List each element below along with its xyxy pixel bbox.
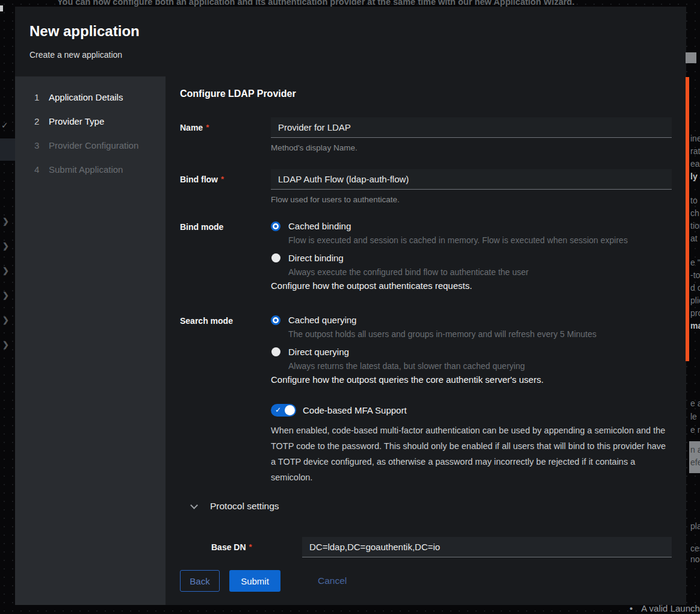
bind-mode-footnote: Configure how the outpost authenticates … (271, 281, 672, 291)
back-button[interactable]: Back (180, 570, 220, 592)
step-provider-configuration: 3 Provider Configuration (15, 133, 166, 157)
search-mode-cached-querying-description: The outpost holds all users and groups i… (288, 329, 672, 339)
background-text-fragment: d c (690, 283, 700, 293)
bind-flow-label: Bind flow* (180, 169, 271, 204)
background-text-fragment: ine (690, 134, 700, 143)
background-text-fragment: ly a (690, 172, 700, 181)
cancel-button[interactable]: Cancel (318, 570, 347, 592)
background-text-fragment: n a (690, 445, 700, 454)
required-asterisk: * (221, 175, 224, 184)
base-dn-field-cell (302, 537, 672, 557)
page-root: { "background": { "banner": "You can now… (0, 0, 700, 614)
bind-mode-options: Cached binding Flow is executed and sess… (271, 221, 672, 291)
check-icon: ✓ (275, 405, 281, 415)
bind-flow-field-cell: Flow used for users to authenticate. (271, 169, 672, 204)
mfa-toggle-label[interactable]: Code-based MFA Support (303, 405, 407, 415)
wizard-title: New application (29, 23, 672, 40)
bind-flow-field-row: Bind flow* Flow used for users to authen… (180, 169, 672, 204)
background-text-fragment: ea (690, 159, 700, 169)
radio-label: Cached binding (288, 221, 351, 231)
radio-label: Direct binding (288, 253, 344, 263)
mfa-field-row: ✓ Code-based MFA Support When enabled, c… (180, 404, 672, 485)
step-number: 2 (34, 116, 49, 126)
wizard-header: New application Create a new application (15, 7, 686, 76)
chevron-right-icon: ❯ (2, 266, 9, 275)
wizard-step-nav: 1 Application Details 2 Provider Type 3 … (15, 76, 166, 605)
bind-flow-select[interactable] (271, 169, 672, 190)
background-text-fragment: ces (690, 544, 700, 553)
step-number: 4 (34, 164, 49, 175)
background-text-fragment: tion (690, 221, 700, 231)
mfa-field-cell: ✓ Code-based MFA Support When enabled, c… (271, 404, 672, 485)
new-application-wizard-modal: New application Create a new application… (15, 7, 686, 605)
name-field-cell: Method's display Name. (271, 117, 672, 152)
background-text-fragment: e a (690, 398, 700, 408)
search-mode-field-row: Search mode Cached querying The outpost … (180, 315, 672, 385)
required-asterisk: * (206, 123, 209, 132)
name-input[interactable] (271, 117, 672, 138)
chevron-right-icon: ❯ (2, 315, 9, 324)
step-application-details[interactable]: 1 Application Details (15, 85, 166, 109)
name-help-text: Method's display Name. (271, 143, 672, 152)
mfa-help-text: When enabled, code-based multi-factor au… (271, 423, 671, 485)
chevron-right-icon: ❯ (2, 241, 9, 250)
wizard-main-panel: Configure LDAP Provider Name* Method's d… (166, 76, 686, 605)
wizard-footer: Back Submit Cancel (180, 570, 672, 605)
background-text-fragment: no (690, 554, 700, 564)
chevron-right-icon: ❯ (2, 340, 9, 349)
background-text-fragment: rat (690, 146, 700, 156)
step-label: Provider Type (49, 116, 104, 126)
bind-mode-label: Bind mode (180, 221, 271, 291)
step-label: Submit Application (49, 164, 123, 175)
background-text-fragment: e "c (690, 258, 700, 267)
wizard-body: 1 Application Details 2 Provider Type 3 … (15, 76, 686, 605)
step-number: 1 (34, 92, 49, 102)
toggle-knob (285, 405, 295, 415)
provider-form: Configure LDAP Provider Name* Method's d… (180, 88, 672, 570)
protocol-settings-label: Protocol settings (210, 501, 279, 512)
radio-label: Cached querying (288, 315, 356, 325)
background-text-fragment: to (690, 196, 698, 205)
bind-mode-direct-binding-radio[interactable]: Direct binding (271, 253, 672, 263)
background-text-fragment: ma (690, 321, 700, 330)
name-field-row: Name* Method's display Name. (180, 117, 672, 152)
step-submit-application: 4 Submit Application (15, 157, 166, 181)
mfa-toggle-line: ✓ Code-based MFA Support (271, 404, 672, 417)
step-label: Application Details (49, 92, 123, 102)
search-mode-footnote: Configure how the outpost queries the co… (271, 374, 672, 385)
background-active-row-edge (0, 138, 15, 161)
bind-mode-field-row: Bind mode Cached binding Flow is execute… (180, 221, 672, 291)
protocol-settings-expander[interactable]: Protocol settings (191, 501, 672, 512)
mfa-toggle-switch[interactable]: ✓ (271, 404, 296, 417)
bind-flow-help-text: Flow used for users to authenticate. (271, 195, 672, 204)
bind-mode-cached-binding-description: Flow is executed and session is cached i… (288, 235, 672, 245)
chevron-right-icon: ❯ (2, 291, 9, 300)
background-text-fragment: -to (690, 270, 700, 280)
search-mode-label: Search mode (180, 315, 271, 385)
name-label: Name* (180, 117, 271, 152)
search-mode-direct-querying-description: Always returns the latest data, but slow… (288, 361, 672, 371)
base-dn-label: Base DN* (211, 537, 302, 557)
radio-unselected-icon (271, 347, 280, 356)
form-heading: Configure LDAP Provider (180, 88, 672, 99)
base-dn-field-row: Base DN* (180, 537, 672, 557)
background-highlight-box: n a efe (689, 441, 700, 473)
search-mode-cached-querying-radio[interactable]: Cached querying (271, 315, 672, 325)
search-mode-direct-querying-radio[interactable]: Direct querying (271, 347, 672, 357)
background-text-fragment: efe (690, 457, 700, 467)
check-icon: ✓ (1, 120, 8, 130)
chevron-right-icon: ❯ (2, 217, 9, 226)
step-provider-type[interactable]: 2 Provider Type (15, 109, 166, 133)
background-text-fragment: plic (690, 296, 700, 305)
background-text-fragment: ch (690, 208, 699, 218)
bind-mode-direct-binding-description: Always execute the configured bind flow … (288, 267, 672, 277)
bind-mode-cached-binding-radio[interactable]: Cached binding (271, 221, 672, 231)
wizard-subtitle: Create a new application (29, 50, 672, 60)
base-dn-input[interactable] (302, 537, 672, 557)
background-orange-border (686, 77, 689, 361)
background-text-fragment: at (690, 234, 698, 243)
chevron-down-icon (190, 501, 198, 509)
step-number: 3 (34, 140, 49, 150)
submit-button[interactable]: Submit (229, 570, 280, 592)
radio-unselected-icon (271, 253, 280, 262)
